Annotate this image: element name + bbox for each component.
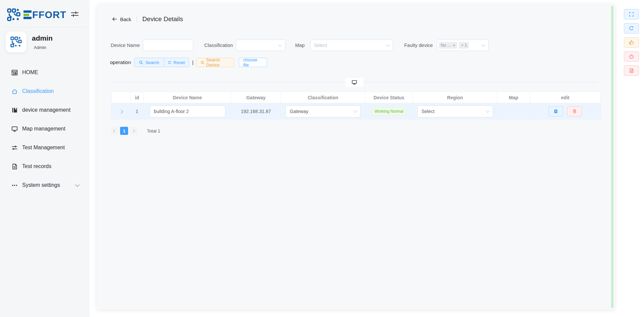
row-device-name-input[interactable] xyxy=(150,105,225,117)
sidebar-item-classification[interactable]: Classification xyxy=(0,82,90,101)
search-device-button[interactable]: Search Device xyxy=(196,58,234,67)
file-icon xyxy=(629,68,634,73)
close-icon[interactable]: × xyxy=(453,43,455,48)
classification-label: Classification xyxy=(204,40,233,51)
choose-file-button[interactable]: choose file xyxy=(239,58,267,67)
fullscreen-button[interactable] xyxy=(624,9,639,19)
next-page-button[interactable] xyxy=(130,127,138,135)
sidebar-menu: HOME Classification device management Ma… xyxy=(0,63,90,195)
refresh-icon xyxy=(168,60,171,65)
user-role: Admin xyxy=(34,45,46,50)
row-region-select[interactable]: Select xyxy=(417,105,493,117)
user-name: admin xyxy=(32,34,53,42)
sidebar-item-label: System settings xyxy=(22,182,60,188)
monitor-icon xyxy=(11,126,18,132)
sidebar-item-label: Map management xyxy=(22,126,65,132)
row-classification-select[interactable]: Gateway xyxy=(285,105,361,117)
prev-page-button[interactable] xyxy=(111,127,118,135)
classification-select[interactable] xyxy=(236,40,285,51)
col-classification: Classification xyxy=(281,92,365,103)
operation-label: operation xyxy=(110,58,131,67)
clipboard-icon xyxy=(553,109,558,114)
back-button[interactable]: Back xyxy=(112,16,131,22)
records-button[interactable] xyxy=(548,106,563,116)
table-collapse-toggle[interactable] xyxy=(345,78,363,87)
device-name-input[interactable] xyxy=(143,40,193,51)
sidebar-item-system-settings[interactable]: System settings xyxy=(0,176,90,195)
grid-icon xyxy=(11,69,18,76)
device-name-label: Device Name xyxy=(111,40,140,51)
faulty-device-multiselect[interactable]: No ... × + 1 xyxy=(437,40,489,51)
monitor-icon xyxy=(352,80,357,85)
col-gateway: Gateway xyxy=(231,92,281,103)
fullscreen-icon xyxy=(629,12,634,17)
sidebar-item-test-management[interactable]: Test Management xyxy=(0,138,90,157)
refresh-icon xyxy=(629,26,634,31)
delete-button[interactable] xyxy=(567,106,582,116)
page-header: Back Device Details xyxy=(112,15,183,23)
chevron-down-icon xyxy=(353,109,357,112)
map-label: Map xyxy=(295,40,305,51)
row-expand-chevron-icon[interactable] xyxy=(119,110,123,113)
pagination-total: Total 1 xyxy=(147,128,160,134)
hand-button[interactable] xyxy=(624,37,639,48)
search-icon xyxy=(201,60,204,65)
edit-cell xyxy=(530,106,600,116)
device-table: id Device Name Gateway Classification De… xyxy=(111,92,601,119)
logo-stylized-e xyxy=(23,10,32,19)
page-title: Device Details xyxy=(142,15,183,23)
col-device-status: Device Status xyxy=(365,92,413,103)
back-label: Back xyxy=(120,16,131,22)
current-page-button[interactable]: 1 xyxy=(120,127,128,135)
col-edit: edit xyxy=(530,92,601,103)
arrow-left-icon xyxy=(112,16,117,22)
sidebar-item-test-records[interactable]: Test records xyxy=(0,157,90,176)
sidebar-item-label: HOME xyxy=(22,69,38,75)
sidebar-item-map-management[interactable]: Map management xyxy=(0,119,90,138)
sidebar-item-label: device management xyxy=(22,107,70,113)
chevron-down-icon xyxy=(386,43,389,47)
circuit-icon xyxy=(7,8,21,21)
search-icon xyxy=(139,60,143,65)
document-icon xyxy=(11,163,18,170)
operation-divider: | xyxy=(192,58,194,67)
more-count-tag: + 1 xyxy=(459,42,469,49)
home-icon xyxy=(11,88,18,95)
chevron-down-icon xyxy=(278,43,282,47)
refresh-button[interactable] xyxy=(624,23,639,34)
chevron-down-icon xyxy=(75,182,79,187)
chevron-right-icon xyxy=(132,129,135,133)
trash-icon xyxy=(572,109,577,114)
reset-button[interactable]: Reset xyxy=(164,58,189,67)
col-map: Map xyxy=(497,92,530,103)
vertical-scrollbar[interactable] xyxy=(611,6,613,308)
faulty-device-label: Faulty device xyxy=(404,40,433,51)
col-region: Region xyxy=(413,92,497,103)
notebook-icon xyxy=(11,107,18,113)
table-row: 1 192.168.31.87 Gateway Working Normal xyxy=(112,103,601,119)
chevron-down-icon xyxy=(481,43,485,47)
cell-id: 1 xyxy=(130,103,144,119)
circuit-icon xyxy=(10,36,22,48)
cell-gateway: 192.168.31.87 xyxy=(231,103,281,119)
cell-map xyxy=(497,103,530,119)
search-button[interactable]: Search xyxy=(134,58,164,67)
sidebar-item-label: Classification xyxy=(22,88,54,94)
chevron-down-icon xyxy=(486,109,489,112)
col-expand xyxy=(112,92,130,103)
col-id: id xyxy=(130,92,144,103)
sidebar-item-label: Test records xyxy=(22,163,51,169)
power-button[interactable] xyxy=(624,51,639,62)
table-header-row: id Device Name Gateway Classification De… xyxy=(112,92,601,103)
selected-tag: No ... × xyxy=(439,42,457,49)
sliders-icon[interactable] xyxy=(70,10,79,18)
map-select[interactable]: Select xyxy=(310,40,393,51)
sidebar: FFORT admin Adm xyxy=(0,0,90,317)
sidebar-item-device-management[interactable]: device management xyxy=(0,101,90,119)
sidebar-item-home[interactable]: HOME xyxy=(0,63,90,82)
col-device-name: Device Name xyxy=(144,92,231,103)
pagination: 1 Total 1 xyxy=(111,127,160,135)
device-name-field xyxy=(143,40,193,51)
header-divider xyxy=(137,16,137,22)
export-file-button[interactable] xyxy=(624,65,639,76)
